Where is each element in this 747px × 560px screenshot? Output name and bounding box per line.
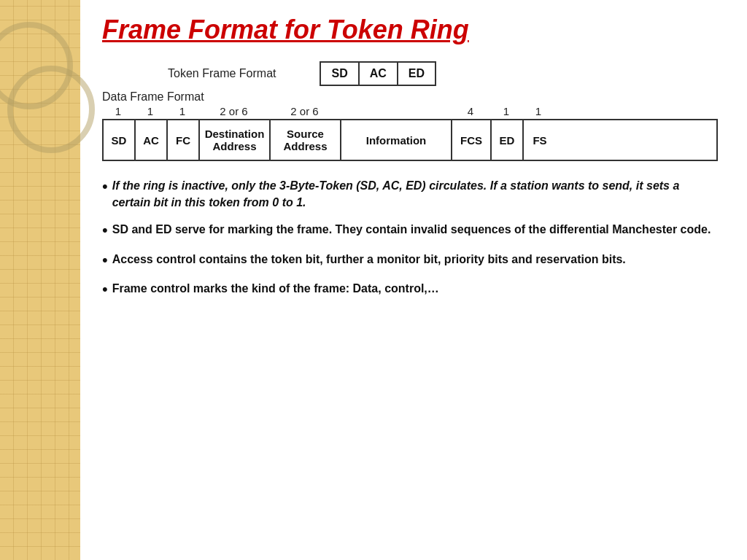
frame-cell-information: Information [341,120,452,160]
token-frame-boxes: SD AC ED [320,61,436,86]
main-content: Frame Format for Token Ring Token Frame … [80,0,747,560]
token-box-ac: AC [360,63,398,85]
num-3: 1 [166,105,198,117]
bullet-text-4: Frame control marks the kind of the fram… [112,280,439,297]
bullet-text-3: Access control contains the token bit, f… [112,251,626,268]
frame-cell-sd: SD [104,120,136,160]
num-8: 1 [490,105,522,117]
token-box-sd: SD [321,63,359,85]
frame-cell-ac: AC [136,120,168,160]
num-5: 2 or 6 [269,105,340,117]
decorative-circle-2 [7,66,95,153]
data-frame-label: Data Frame Format [102,90,718,104]
num-7: 4 [451,105,490,117]
bullet-dot-2: • [102,221,108,240]
bullet-text-1: If the ring is inactive, only the 3-Byte… [112,177,718,211]
sidebar-decoration [0,0,80,560]
bullets-section: • If the ring is inactive, only the 3-By… [102,177,718,300]
page-title: Frame Format for Token Ring [102,15,718,45]
frame-cell-dest-addr: Destination Address [200,120,271,160]
token-frame-label: Token Frame Format [168,67,276,80]
numbers-row: 1 1 1 2 or 6 2 or 6 4 1 1 [102,105,718,117]
num-9: 1 [522,105,554,117]
token-box-ed: ED [398,63,435,85]
frame-cell-src-addr: Source Address [271,120,341,160]
bullet-dot-3: • [102,251,108,270]
frame-table: SD AC FC Destination Address Source Addr… [102,119,718,161]
bullet-item-3: • Access control contains the token bit,… [102,251,718,270]
token-frame-row: Token Frame Format SD AC ED [102,61,718,86]
bullet-dot-1: • [102,177,108,196]
bullet-item-2: • SD and ED serve for marking the frame.… [102,221,718,240]
bullet-text-2: SD and ED serve for marking the frame. T… [112,221,711,238]
frame-cell-fc: FC [168,120,200,160]
bullet-item-1: • If the ring is inactive, only the 3-By… [102,177,718,211]
num-1: 1 [102,105,134,117]
bullet-item-4: • Frame control marks the kind of the fr… [102,280,718,299]
frame-cell-fs: FS [524,120,556,160]
num-2: 1 [134,105,166,117]
frame-cell-fcs: FCS [452,120,492,160]
frame-cell-ed: ED [492,120,524,160]
bullet-dot-4: • [102,280,108,299]
num-6 [340,105,451,117]
num-4: 2 or 6 [198,105,269,117]
